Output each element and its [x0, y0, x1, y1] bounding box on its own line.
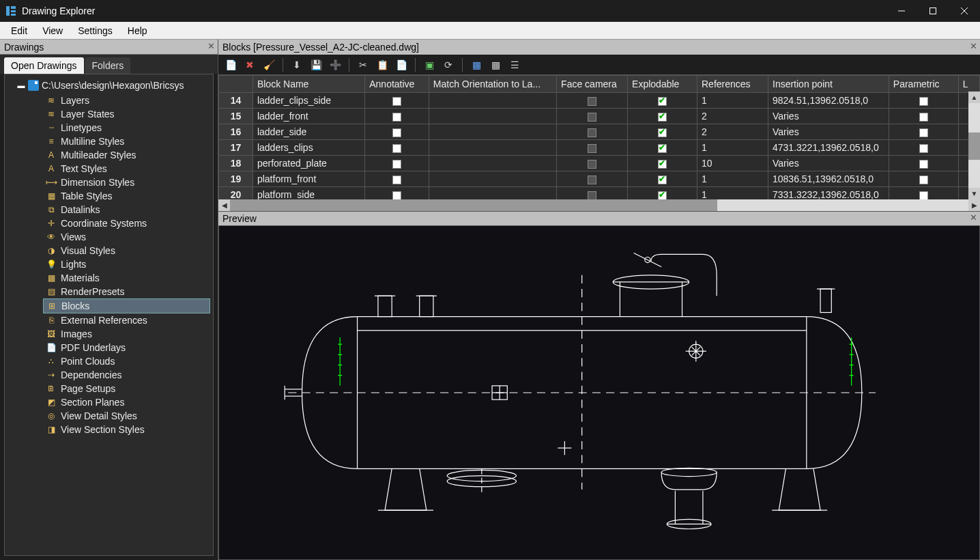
cell-parametric[interactable] [889, 109, 958, 124]
table-row[interactable]: 20platform_side17331.3232,13962.0518,0 [219, 187, 980, 200]
cell-explodable[interactable] [628, 171, 697, 187]
checkbox-icon[interactable] [658, 113, 667, 122]
scroll-right-icon[interactable]: ▶ [968, 199, 980, 211]
checkbox-icon[interactable] [658, 128, 667, 137]
cell-match[interactable] [429, 171, 556, 187]
cell-match[interactable] [429, 109, 556, 124]
col-insertion-point[interactable]: Insertion point [768, 76, 889, 93]
cell-match[interactable] [429, 140, 556, 156]
col-parametric[interactable]: Parametric [889, 76, 958, 93]
col-face-camera[interactable]: Face camera [557, 76, 628, 93]
cell-insertion[interactable]: Varies [768, 124, 889, 140]
cell-references[interactable]: 1 [697, 187, 768, 200]
tree-item-view-detail-styles[interactable]: ◎View Detail Styles [43, 409, 210, 423]
cell-block-name[interactable]: platform_front [253, 171, 364, 187]
checkbox-icon[interactable] [588, 160, 596, 169]
checkbox-icon[interactable] [588, 144, 596, 153]
col-explodable[interactable]: Explodable [628, 76, 697, 93]
cell-references[interactable]: 2 [697, 124, 768, 140]
cell-explodable[interactable] [628, 187, 697, 200]
new-button[interactable]: 📄 [222, 57, 239, 73]
tree-item-text-styles[interactable]: AText Styles [43, 162, 210, 176]
cell-annotative[interactable] [365, 156, 429, 171]
cell-block-name[interactable]: ladder_front [253, 109, 364, 124]
tree-item-coordinate-systems[interactable]: ✛Coordinate Systems [43, 216, 210, 230]
menu-settings[interactable]: Settings [71, 23, 119, 38]
close-button[interactable] [949, 0, 980, 22]
paste-button[interactable]: 📄 [393, 57, 409, 73]
tab-open-drawings[interactable]: Open Drawings [4, 57, 84, 74]
cell-insertion[interactable]: 9824.51,13962.0518,0 [768, 93, 889, 109]
checkbox-icon[interactable] [919, 97, 928, 106]
cell-block-name[interactable]: platform_side [253, 187, 364, 200]
options-button[interactable]: ▣ [421, 57, 437, 73]
table-row[interactable]: 15ladder_front2Varies [219, 109, 980, 124]
cell-match[interactable] [429, 93, 556, 109]
col-block-name[interactable]: Block Name [253, 76, 364, 93]
table-row[interactable]: 19platform_front110836.51,13962.0518,0 [219, 171, 980, 187]
tree-item-blocks[interactable]: ⊞Blocks [43, 298, 210, 313]
cell-references[interactable]: 10 [697, 156, 768, 171]
cell-insertion[interactable]: 7331.3232,13962.0518,0 [768, 187, 889, 200]
menu-view[interactable]: View [35, 23, 70, 38]
cell-block-name[interactable]: ladders_clips [253, 140, 364, 156]
cell-parametric[interactable] [889, 156, 958, 171]
cell-face-camera[interactable] [557, 124, 628, 140]
icons-view-button[interactable]: ▩ [487, 57, 504, 73]
cell-annotative[interactable] [365, 124, 429, 140]
cell-parametric[interactable] [889, 171, 958, 187]
preview-area[interactable] [218, 225, 980, 560]
cell-references[interactable]: 1 [697, 171, 768, 187]
add-button[interactable]: ➕ [327, 57, 343, 73]
minimize-button[interactable] [886, 0, 917, 22]
checkbox-icon[interactable] [919, 128, 928, 137]
checkbox-icon[interactable] [588, 128, 596, 137]
tree-item-views[interactable]: 👁Views [43, 230, 210, 244]
cell-block-name[interactable]: ladder_clips_side [253, 93, 364, 109]
scroll-thumb[interactable] [968, 132, 980, 160]
checkbox-icon[interactable] [658, 160, 667, 169]
cell-explodable[interactable] [628, 93, 697, 109]
tree-item-view-section-styles[interactable]: ◨View Section Styles [43, 423, 210, 436]
checkbox-icon[interactable] [588, 176, 596, 184]
cell-explodable[interactable] [628, 156, 697, 171]
tree-item-images[interactable]: 🖼Images [43, 327, 210, 341]
preview-panel-close-icon[interactable]: ✕ [970, 212, 977, 223]
cell-insertion[interactable]: 10836.51,13962.0518,0 [768, 171, 889, 187]
blocks-grid-scroll[interactable]: Block Name Annotative Match Orientation … [218, 75, 980, 199]
tree-item-table-styles[interactable]: ▦Table Styles [43, 189, 210, 203]
cell-parametric[interactable] [889, 187, 958, 200]
cell-face-camera[interactable] [557, 156, 628, 171]
cell-match[interactable] [429, 156, 556, 171]
col-references[interactable]: References [697, 76, 768, 93]
cell-annotative[interactable] [365, 93, 429, 109]
tree-collapse-icon[interactable]: ▬ [17, 81, 25, 89]
row-number[interactable]: 15 [219, 109, 253, 124]
checkbox-icon[interactable] [588, 113, 596, 122]
cell-references[interactable]: 1 [697, 140, 768, 156]
checkbox-icon[interactable] [919, 191, 928, 199]
cell-face-camera[interactable] [557, 187, 628, 200]
drawings-tree[interactable]: ▬ C:\Users\design\Hexagon\Bricsys ≋Layer… [4, 74, 214, 556]
tree-item-multileader-styles[interactable]: AMultileader Styles [43, 148, 210, 162]
cell-insertion[interactable]: 4731.3221,13962.0518,0 [768, 140, 889, 156]
cell-parametric[interactable] [889, 124, 958, 140]
cut-button[interactable]: ✂ [355, 57, 371, 73]
tree-item-page-setups[interactable]: 🗎Page Setups [43, 382, 210, 395]
checkbox-icon[interactable] [919, 176, 928, 184]
row-number[interactable]: 14 [219, 93, 253, 109]
row-number[interactable]: 19 [219, 171, 253, 187]
cell-face-camera[interactable] [557, 109, 628, 124]
checkbox-icon[interactable] [658, 144, 667, 153]
cell-block-name[interactable]: perforated_plate [253, 156, 364, 171]
table-row[interactable]: 14ladder_clips_side19824.51,13962.0518,0 [219, 93, 980, 109]
cell-explodable[interactable] [628, 140, 697, 156]
tree-root[interactable]: ▬ C:\Users\design\Hexagon\Bricsys [8, 79, 210, 92]
checkbox-icon[interactable] [919, 113, 928, 122]
table-row[interactable]: 18perforated_plate10Varies [219, 156, 980, 171]
checkbox-icon[interactable] [392, 160, 401, 169]
copy-button[interactable]: 📋 [374, 57, 390, 73]
save-button[interactable]: 💾 [308, 57, 324, 73]
checkbox-icon[interactable] [588, 191, 596, 199]
tree-item-dimension-styles[interactable]: ⟼Dimension Styles [43, 176, 210, 189]
